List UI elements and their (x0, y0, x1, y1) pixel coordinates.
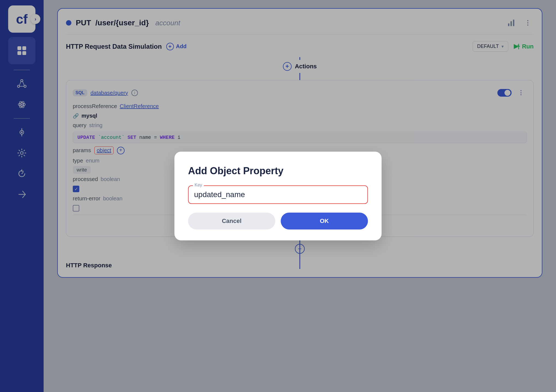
key-field-group: Key (188, 185, 368, 204)
add-object-property-modal: Add Object Property Key Cancel OK (174, 152, 382, 240)
modal-overlay: Add Object Property Key Cancel OK (0, 0, 556, 392)
key-floating-label: Key (193, 183, 204, 188)
modal-title: Add Object Property (188, 165, 368, 177)
key-input[interactable] (194, 190, 362, 199)
key-input-wrapper: Key (188, 185, 368, 204)
cancel-button[interactable]: Cancel (188, 213, 275, 229)
modal-buttons: Cancel OK (188, 213, 368, 229)
ok-button[interactable]: OK (281, 213, 368, 229)
